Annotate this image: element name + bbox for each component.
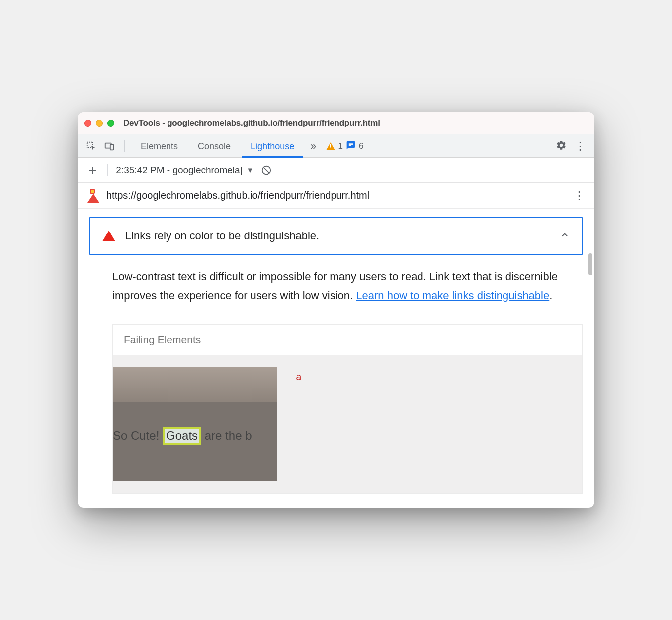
message-badge-icon	[346, 140, 356, 152]
settings-icon[interactable]	[556, 140, 567, 153]
window-titlebar: DevTools - googlechromelabs.github.io/fr…	[78, 112, 594, 134]
inspect-element-icon[interactable]	[84, 138, 99, 154]
status-badges[interactable]: 1 6	[326, 140, 363, 152]
failing-elements-section: Failing Elements So Cute! Goats are the …	[112, 324, 583, 494]
devtools-toolbar: Elements Console Lighthouse » 1 6 ⋮	[78, 134, 594, 158]
failing-elements-header: Failing Elements	[113, 325, 582, 355]
tab-console[interactable]: Console	[189, 134, 240, 158]
tab-elements[interactable]: Elements	[132, 134, 187, 158]
audit-header[interactable]: Links rely on color to be distinguishabl…	[89, 217, 583, 255]
learn-more-link[interactable]: Learn how to make links distinguishable	[356, 289, 549, 302]
close-window-button[interactable]	[84, 120, 91, 127]
warning-count: 1	[338, 141, 342, 151]
warning-badge-icon	[326, 142, 335, 150]
dropdown-caret-icon[interactable]: ▼	[247, 166, 254, 174]
collapse-icon	[560, 230, 570, 242]
maximize-window-button[interactable]	[107, 120, 114, 127]
report-menu-icon[interactable]: ⋮	[574, 189, 585, 202]
new-report-button[interactable]: +	[85, 162, 99, 178]
highlighted-word: Goats	[163, 427, 201, 445]
failing-elements-body: So Cute! Goats are the b a	[113, 355, 582, 493]
message-count: 6	[359, 141, 363, 151]
element-thumbnail[interactable]: So Cute! Goats are the b	[113, 367, 277, 481]
element-tag-name[interactable]: a	[296, 371, 301, 382]
report-url-bar: https://googlechromelabs.github.io/frien…	[78, 183, 594, 209]
minimize-window-button[interactable]	[96, 120, 103, 127]
tab-lighthouse[interactable]: Lighthouse	[242, 134, 303, 158]
report-selector[interactable]: 2:35:42 PM - googlechromela|	[116, 165, 242, 176]
svg-line-4	[264, 167, 269, 173]
scrollbar-thumb[interactable]	[588, 253, 592, 275]
report-content: Links rely on color to be distinguishabl…	[78, 209, 594, 508]
toolbar-divider	[124, 140, 125, 152]
svg-rect-2	[110, 144, 113, 150]
audit-title: Links rely on color to be distinguishabl…	[125, 230, 570, 242]
subtoolbar-divider	[107, 164, 108, 176]
more-tabs-icon[interactable]: »	[305, 140, 321, 153]
toolbar-menu-icon[interactable]: ⋮	[569, 140, 588, 153]
lighthouse-subtoolbar: + 2:35:42 PM - googlechromela| ▼	[78, 158, 594, 183]
fail-status-icon	[102, 231, 115, 241]
clear-report-icon[interactable]	[258, 162, 274, 178]
device-toggle-icon[interactable]	[101, 138, 117, 154]
audit-description: Low-contrast text is difficult or imposs…	[89, 255, 583, 310]
lighthouse-logo-icon	[87, 189, 99, 203]
report-url: https://googlechromelabs.github.io/frien…	[106, 190, 369, 201]
devtools-window: DevTools - googlechromelabs.github.io/fr…	[78, 112, 594, 508]
window-title: DevTools - googlechromelabs.github.io/fr…	[123, 118, 380, 128]
traffic-lights	[84, 120, 114, 127]
